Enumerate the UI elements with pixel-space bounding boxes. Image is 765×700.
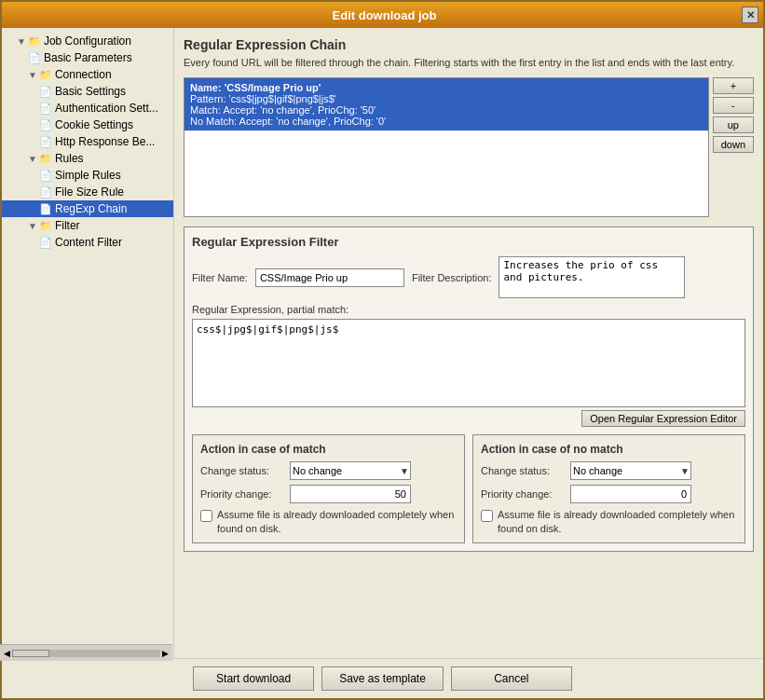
match-status-label: Change status: <box>200 465 284 476</box>
doc-icon-auth: 📄 <box>39 103 52 115</box>
match-assume-label: Assume file is already downloaded comple… <box>217 508 457 535</box>
doc-icon: 📄 <box>28 52 41 64</box>
sidebar-item-regexp-chain[interactable]: 📄 RegExp Chain <box>2 200 173 217</box>
match-status-row: Change status: No change Accept Reject ▼ <box>200 461 457 480</box>
filter-name-row: Filter Name: Filter Description: Increas… <box>192 256 745 298</box>
expand-icon-rules: ▼ <box>28 154 37 164</box>
match-status-select[interactable]: No change Accept Reject <box>290 461 411 480</box>
sidebar-item-file-size[interactable]: 📄 File Size Rule <box>2 184 173 200</box>
add-chain-button[interactable]: + <box>713 77 754 94</box>
up-chain-button[interactable]: up <box>713 117 754 133</box>
no-match-priority-input[interactable] <box>570 485 691 503</box>
chain-list[interactable]: Name: 'CSS/Image Prio up' Pattern: 'css$… <box>184 77 709 217</box>
filter-section-title: Regular Expression Filter <box>192 235 745 249</box>
section-desc: Every found URL will be filtered through… <box>184 56 754 70</box>
folder-icon-conn: 📁 <box>39 69 52 81</box>
chain-item-name-0: Name: 'CSS/Image Prio up' <box>190 82 703 93</box>
chain-item-0[interactable]: Name: 'CSS/Image Prio up' Pattern: 'css$… <box>184 78 708 131</box>
bottom-bar: Start download Save as template Cancel <box>2 658 763 698</box>
down-chain-button[interactable]: down <box>713 136 754 153</box>
sidebar-label-basic-settings: Basic Settings <box>55 85 126 98</box>
content-area: ▼ 📁 Job Configuration 📄 Basic Parameters… <box>2 28 763 658</box>
sidebar-item-cookie[interactable]: 📄 Cookie Settings <box>2 117 173 133</box>
sidebar-item-filter[interactable]: ▼ 📁 Filter <box>2 217 173 234</box>
main-panel: Regular Expression Chain Every found URL… <box>174 28 763 658</box>
sidebar-item-auth[interactable]: 📄 Authentication Sett... <box>2 100 173 117</box>
match-assume-checkbox[interactable] <box>200 510 212 522</box>
sidebar-item-job-config[interactable]: ▼ 📁 Job Configuration <box>2 33 173 49</box>
match-action-box: Action in case of match Change status: N… <box>192 434 465 543</box>
sidebar-item-content-filter[interactable]: 📄 Content Filter <box>2 234 173 251</box>
sidebar-label-filter: Filter <box>55 219 80 232</box>
sidebar-item-http[interactable]: 📄 Http Response Be... <box>2 133 173 150</box>
match-priority-input[interactable] <box>290 485 411 503</box>
regex-textarea[interactable]: css$|jpg$|gif$|png$|js$ <box>192 319 745 407</box>
sidebar-item-basic-settings[interactable]: 📄 Basic Settings <box>2 83 173 100</box>
scroll-thumb[interactable] <box>12 650 49 657</box>
doc-icon-fsr: 📄 <box>39 186 52 199</box>
filter-name-input[interactable] <box>255 268 404 287</box>
regex-label: Regular Expression, partial match: <box>192 304 745 315</box>
chain-item-pattern-0: Pattern: 'css$|jpg$|gif$|png$|js$' <box>190 93 703 104</box>
start-download-button[interactable]: Start download <box>193 666 314 691</box>
sidebar-label-regexp: RegExp Chain <box>55 202 127 215</box>
scroll-left-btn[interactable]: ◀ <box>4 649 10 658</box>
scroll-right-btn[interactable]: ▶ <box>162 649 169 658</box>
cancel-button[interactable]: Cancel <box>451 666 572 691</box>
no-match-priority-label: Priority change: <box>481 488 565 500</box>
sidebar-label-connection: Connection <box>55 68 112 81</box>
match-priority-label: Priority change: <box>200 488 284 500</box>
no-match-action-box: Action in case of no match Change status… <box>472 434 745 543</box>
remove-chain-button[interactable]: - <box>713 97 754 114</box>
sidebar-label-content-filter: Content Filter <box>55 236 122 249</box>
sidebar: ▼ 📁 Job Configuration 📄 Basic Parameters… <box>2 28 174 658</box>
match-title: Action in case of match <box>200 443 457 456</box>
sidebar-label-simple-rules: Simple Rules <box>55 169 121 182</box>
chain-item-nomatch-0: No Match: Accept: 'no change', PrioChg: … <box>190 116 703 127</box>
sidebar-label-job-config: Job Configuration <box>44 34 131 48</box>
expand-icon: ▼ <box>17 36 26 47</box>
filter-name-label: Filter Name: <box>192 272 248 283</box>
sidebar-label-auth: Authentication Sett... <box>55 102 158 115</box>
sidebar-item-simple-rules[interactable]: 📄 Simple Rules <box>2 167 173 184</box>
doc-icon-rc: 📄 <box>39 203 52 215</box>
sidebar-scrollbar[interactable]: ◀ ▶ <box>0 644 172 661</box>
no-match-status-select[interactable]: No change Accept Reject <box>570 461 691 480</box>
doc-icon-cookie: 📄 <box>39 119 52 131</box>
doc-icon-bs: 📄 <box>39 86 52 98</box>
close-button[interactable]: ✕ <box>742 7 758 23</box>
folder-icon-filter: 📁 <box>39 220 52 232</box>
sidebar-label-cookie: Cookie Settings <box>55 118 133 131</box>
no-match-status-select-wrapper: No change Accept Reject ▼ <box>570 461 691 480</box>
save-template-button[interactable]: Save as template <box>321 666 444 691</box>
scroll-track <box>12 650 160 657</box>
sidebar-label-rules: Rules <box>55 152 84 165</box>
sidebar-label-basic-params: Basic Parameters <box>44 51 132 64</box>
open-editor-button[interactable]: Open Regular Expression Editor <box>581 410 745 427</box>
expand-icon-conn: ▼ <box>28 70 37 80</box>
doc-icon-http: 📄 <box>39 136 52 148</box>
chain-container: Name: 'CSS/Image Prio up' Pattern: 'css$… <box>184 77 754 217</box>
main-window: Edit download job ✕ ▼ 📁 Job Configuratio… <box>0 0 765 700</box>
no-match-assume-row: Assume file is already downloaded comple… <box>481 508 737 535</box>
sidebar-label-http: Http Response Be... <box>55 135 155 148</box>
chain-buttons: + - up down <box>713 77 754 217</box>
folder-icon: 📁 <box>28 35 41 48</box>
no-match-assume-label: Assume file is already downloaded comple… <box>498 508 737 535</box>
doc-icon-cf: 📄 <box>39 237 52 249</box>
sidebar-item-connection[interactable]: ▼ 📁 Connection <box>2 66 173 83</box>
match-priority-row: Priority change: <box>200 485 457 503</box>
folder-icon-rules: 📁 <box>39 153 52 165</box>
filter-desc-input[interactable]: Increases the prio of css and pictures. <box>499 256 685 298</box>
sidebar-label-file-size: File Size Rule <box>55 185 124 199</box>
actions-row: Action in case of match Change status: N… <box>192 434 745 543</box>
chain-item-match-0: Match: Accept: 'no change', PrioChg: '50… <box>190 104 703 116</box>
no-match-status-label: Change status: <box>481 465 565 476</box>
sidebar-item-basic-params[interactable]: 📄 Basic Parameters <box>2 49 173 66</box>
no-match-title: Action in case of no match <box>481 443 737 456</box>
section-title: Regular Expression Chain <box>184 37 754 52</box>
sidebar-item-rules[interactable]: ▼ 📁 Rules <box>2 150 173 167</box>
no-match-assume-checkbox[interactable] <box>481 510 493 522</box>
expand-icon-filter: ▼ <box>28 221 37 231</box>
filter-desc-label: Filter Description: <box>412 272 492 283</box>
